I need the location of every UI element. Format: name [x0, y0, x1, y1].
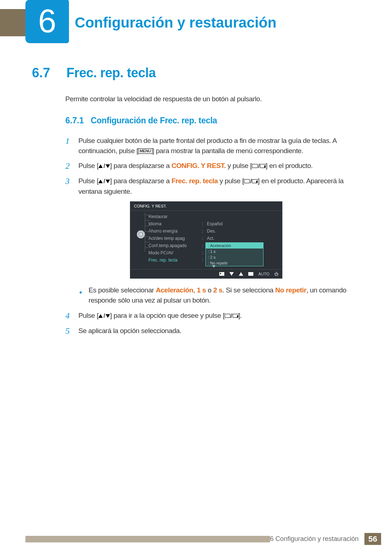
up-down-icon: /	[98, 176, 110, 186]
osd-screenshot: CONFIG. Y REST. Restaurar Idioma:Español…	[130, 201, 363, 279]
subsection-heading: 6.7.1 Configuración de Frec. rep. tecla	[65, 116, 363, 126]
step-text: ].	[238, 312, 242, 319]
osd-title: CONFIG. Y REST.	[130, 202, 282, 211]
osd-value: Act.	[204, 236, 215, 241]
osd-option: 1 s	[210, 249, 216, 254]
step-text: Pulse [	[78, 177, 98, 185]
bullet-text: o	[206, 286, 213, 294]
step-number: 5	[65, 326, 78, 336]
osd-item: Restaurar	[148, 214, 201, 219]
osd-item: Conf.temp.apagado	[148, 243, 201, 248]
step-3: 3 Pulse [/] para desplazarse a Frec. rep…	[65, 176, 363, 197]
chapter-number-badge: 6	[25, 0, 69, 43]
page-number: 56	[364, 533, 381, 545]
step-1: 1 Pulse cualquier botón de la parte fron…	[65, 136, 363, 156]
subsection-number: 6.7.1	[65, 116, 91, 126]
highlight-text: Frec. rep. tecla	[171, 177, 218, 185]
osd-item: Modo PC/AV	[148, 250, 201, 255]
intro-text: Permite controlar la velocidad de respue…	[65, 95, 363, 103]
osd-dropdown: :Aceleración :1 s :2 s :No repetir	[205, 242, 264, 266]
section-title: Frec. rep. tecla	[66, 65, 156, 81]
osd-value: Español	[204, 221, 222, 226]
step-text: Se aplicará la opción seleccionada.	[78, 326, 363, 336]
step-4: 4 Pulse [/] para ir a la opción que dese…	[65, 311, 363, 321]
up-down-icon: /	[98, 311, 110, 321]
bullet-text: ,	[193, 286, 197, 294]
osd-item-active: Frec. rep. tecla	[148, 258, 201, 263]
subsection-title: Configuración de Frec. rep. tecla	[91, 116, 217, 126]
highlight-text: CONFIG. Y REST.	[171, 162, 226, 169]
highlight-text: 1 s	[197, 286, 206, 294]
highlight-text: Aceleración	[156, 286, 193, 294]
step-2: 2 Pulse [/] para desplazarse a CONFIG. Y…	[65, 161, 363, 171]
osd-auto-label: AUTO	[258, 272, 269, 276]
highlight-text: 2 s	[213, 286, 222, 294]
step-text: ] para desplazarse a	[110, 162, 171, 169]
page-footer: 6 Configuración y restauración 56	[0, 533, 392, 545]
chapter-header: 6 Configuración y restauración	[0, 9, 392, 36]
step-text: ] para desplazarse a	[110, 177, 171, 185]
chapter-title: Configuración y restauración	[67, 9, 392, 36]
bullet-text: . Si se selecciona	[222, 286, 275, 294]
menu-key-icon: MENU	[138, 148, 152, 154]
bullet-note: ● Es posible seleccionar Aceleración, 1 …	[79, 285, 363, 305]
highlight-text: No repetir	[275, 286, 306, 294]
section-heading: 6.7 Frec. rep. tecla	[32, 65, 363, 81]
footer-chapter-text: 6 Configuración y restauración	[270, 535, 362, 543]
step-number: 3	[65, 176, 78, 197]
enter-icon: /	[252, 161, 266, 171]
osd-item: Act/des temp apag	[148, 236, 201, 241]
step-text: ] en el producto.	[266, 162, 313, 169]
step-number: 4	[65, 311, 78, 321]
osd-value: Des.	[204, 229, 216, 234]
osd-item: Idioma	[148, 221, 201, 226]
enter-icon: /	[244, 176, 258, 186]
step-text: ] para ir a la opción que desee y pulse …	[110, 312, 224, 319]
osd-item: Ahorro energía	[148, 229, 201, 234]
gear-icon	[137, 230, 145, 238]
step-5: 5 Se aplicará la opción seleccionada.	[65, 326, 363, 336]
step-number: 2	[65, 161, 78, 171]
bullet-icon: ●	[79, 285, 89, 305]
osd-footer: AUTO ⏻	[130, 269, 282, 278]
enter-icon: /	[225, 311, 238, 321]
step-text: Pulse [	[78, 162, 98, 169]
osd-option: No repetir	[210, 261, 228, 265]
step-text: y pulse [	[218, 177, 244, 185]
osd-option: Aceleración	[210, 243, 231, 248]
step-text: Pulse [	[78, 312, 98, 319]
osd-option: 2 s	[210, 255, 216, 259]
section-number: 6.7	[32, 65, 66, 81]
step-text: ] para mostrar la pantalla de menú corre…	[152, 147, 303, 155]
up-down-icon: /	[98, 161, 110, 171]
bullet-text: Es posible seleccionar	[89, 286, 156, 294]
footer-bar	[25, 536, 270, 542]
step-text: y pulse [	[226, 162, 252, 169]
step-number: 1	[65, 136, 78, 156]
